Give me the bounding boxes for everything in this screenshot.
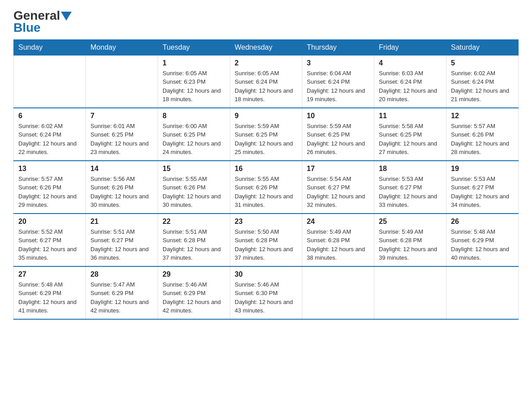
day-number: 16 [235, 165, 297, 173]
day-number: 3 [307, 59, 369, 67]
day-info: Sunrise: 5:59 AM Sunset: 6:25 PM Dayligh… [235, 122, 297, 157]
day-info: Sunrise: 5:55 AM Sunset: 6:26 PM Dayligh… [235, 175, 297, 210]
calendar-day-header: Sunday [14, 39, 86, 55]
calendar-day-cell: 8Sunrise: 6:00 AM Sunset: 6:25 PM Daylig… [158, 108, 230, 161]
calendar-day-header: Friday [374, 39, 446, 55]
day-info: Sunrise: 5:50 AM Sunset: 6:28 PM Dayligh… [235, 227, 297, 262]
calendar-day-cell: 7Sunrise: 6:01 AM Sunset: 6:25 PM Daylig… [86, 108, 158, 161]
day-info: Sunrise: 6:05 AM Sunset: 6:24 PM Dayligh… [235, 69, 297, 104]
day-number: 28 [90, 270, 153, 278]
calendar-day-cell: 26Sunrise: 5:48 AM Sunset: 6:29 PM Dayli… [446, 214, 519, 266]
calendar-day-header: Monday [86, 39, 158, 55]
calendar-day-cell [14, 55, 86, 108]
day-number: 27 [18, 270, 81, 278]
calendar-week-row: 20Sunrise: 5:52 AM Sunset: 6:27 PM Dayli… [14, 214, 519, 266]
calendar-day-cell: 27Sunrise: 5:48 AM Sunset: 6:29 PM Dayli… [14, 266, 86, 319]
page-header: General Blue [13, 9, 519, 35]
day-number: 12 [451, 112, 514, 120]
day-info: Sunrise: 6:05 AM Sunset: 6:23 PM Dayligh… [163, 69, 225, 104]
calendar-day-header: Saturday [446, 39, 519, 55]
calendar-table: SundayMondayTuesdayWednesdayThursdayFrid… [13, 39, 519, 320]
day-info: Sunrise: 5:49 AM Sunset: 6:28 PM Dayligh… [379, 227, 442, 262]
day-number: 15 [163, 165, 225, 173]
calendar-day-cell: 23Sunrise: 5:50 AM Sunset: 6:28 PM Dayli… [230, 214, 302, 266]
calendar-day-header: Thursday [302, 39, 374, 55]
day-number: 30 [235, 270, 297, 278]
calendar-day-cell: 6Sunrise: 6:02 AM Sunset: 6:24 PM Daylig… [14, 108, 86, 161]
day-number: 25 [379, 218, 442, 226]
day-number: 18 [379, 165, 442, 173]
calendar-day-cell: 12Sunrise: 5:57 AM Sunset: 6:26 PM Dayli… [446, 108, 519, 161]
day-number: 9 [235, 112, 297, 120]
calendar-day-header: Tuesday [158, 39, 230, 55]
calendar-week-row: 27Sunrise: 5:48 AM Sunset: 6:29 PM Dayli… [14, 266, 519, 319]
calendar-day-cell: 14Sunrise: 5:56 AM Sunset: 6:26 PM Dayli… [86, 161, 158, 214]
calendar-day-header: Wednesday [230, 39, 302, 55]
calendar-day-cell: 3Sunrise: 6:04 AM Sunset: 6:24 PM Daylig… [302, 55, 374, 108]
day-info: Sunrise: 6:02 AM Sunset: 6:24 PM Dayligh… [18, 122, 81, 157]
calendar-day-cell: 18Sunrise: 5:53 AM Sunset: 6:27 PM Dayli… [374, 161, 446, 214]
calendar-week-row: 6Sunrise: 6:02 AM Sunset: 6:24 PM Daylig… [14, 108, 519, 161]
calendar-day-cell [302, 266, 374, 319]
calendar-day-cell: 20Sunrise: 5:52 AM Sunset: 6:27 PM Dayli… [14, 214, 86, 266]
calendar-day-cell: 17Sunrise: 5:54 AM Sunset: 6:27 PM Dayli… [302, 161, 374, 214]
calendar-day-cell: 29Sunrise: 5:46 AM Sunset: 6:29 PM Dayli… [158, 266, 230, 319]
day-info: Sunrise: 5:52 AM Sunset: 6:27 PM Dayligh… [18, 227, 81, 262]
day-number: 14 [90, 165, 153, 173]
day-info: Sunrise: 5:59 AM Sunset: 6:25 PM Dayligh… [307, 122, 369, 157]
calendar-day-cell: 9Sunrise: 5:59 AM Sunset: 6:25 PM Daylig… [230, 108, 302, 161]
day-info: Sunrise: 5:51 AM Sunset: 6:27 PM Dayligh… [90, 227, 153, 262]
calendar-day-cell: 10Sunrise: 5:59 AM Sunset: 6:25 PM Dayli… [302, 108, 374, 161]
day-info: Sunrise: 5:56 AM Sunset: 6:26 PM Dayligh… [90, 175, 153, 210]
calendar-day-cell: 15Sunrise: 5:55 AM Sunset: 6:26 PM Dayli… [158, 161, 230, 214]
calendar-week-row: 13Sunrise: 5:57 AM Sunset: 6:26 PM Dayli… [14, 161, 519, 214]
day-number: 11 [379, 112, 442, 120]
logo-text-block: General Blue [13, 9, 72, 35]
calendar-day-cell: 13Sunrise: 5:57 AM Sunset: 6:26 PM Dayli… [14, 161, 86, 214]
calendar-day-cell: 21Sunrise: 5:51 AM Sunset: 6:27 PM Dayli… [86, 214, 158, 266]
logo-triangle-icon [61, 12, 72, 21]
svg-marker-0 [61, 12, 72, 21]
day-number: 29 [163, 270, 225, 278]
day-info: Sunrise: 5:46 AM Sunset: 6:29 PM Dayligh… [163, 280, 225, 315]
calendar-day-cell: 30Sunrise: 5:46 AM Sunset: 6:30 PM Dayli… [230, 266, 302, 319]
day-info: Sunrise: 6:02 AM Sunset: 6:24 PM Dayligh… [451, 69, 514, 104]
day-number: 26 [451, 218, 514, 226]
day-info: Sunrise: 5:47 AM Sunset: 6:29 PM Dayligh… [90, 280, 153, 315]
calendar-day-cell: 5Sunrise: 6:02 AM Sunset: 6:24 PM Daylig… [446, 55, 519, 108]
day-number: 2 [235, 59, 297, 67]
day-info: Sunrise: 5:51 AM Sunset: 6:28 PM Dayligh… [163, 227, 225, 262]
calendar-day-cell: 4Sunrise: 6:03 AM Sunset: 6:24 PM Daylig… [374, 55, 446, 108]
day-info: Sunrise: 6:04 AM Sunset: 6:24 PM Dayligh… [307, 69, 369, 104]
day-number: 21 [90, 218, 153, 226]
day-info: Sunrise: 5:49 AM Sunset: 6:28 PM Dayligh… [307, 227, 369, 262]
calendar-day-cell [446, 266, 519, 319]
day-number: 7 [90, 112, 153, 120]
logo-blue: Blue [13, 21, 72, 35]
calendar-day-cell: 22Sunrise: 5:51 AM Sunset: 6:28 PM Dayli… [158, 214, 230, 266]
day-info: Sunrise: 6:03 AM Sunset: 6:24 PM Dayligh… [379, 69, 442, 104]
day-info: Sunrise: 5:48 AM Sunset: 6:29 PM Dayligh… [18, 280, 81, 315]
day-info: Sunrise: 5:57 AM Sunset: 6:26 PM Dayligh… [18, 175, 81, 210]
calendar-day-cell: 24Sunrise: 5:49 AM Sunset: 6:28 PM Dayli… [302, 214, 374, 266]
day-number: 19 [451, 165, 514, 173]
calendar-day-cell [374, 266, 446, 319]
day-number: 13 [18, 165, 81, 173]
day-info: Sunrise: 5:53 AM Sunset: 6:27 PM Dayligh… [379, 175, 442, 210]
calendar-day-cell [86, 55, 158, 108]
logo: General Blue [13, 9, 72, 35]
calendar-day-cell: 25Sunrise: 5:49 AM Sunset: 6:28 PM Dayli… [374, 214, 446, 266]
day-info: Sunrise: 5:48 AM Sunset: 6:29 PM Dayligh… [451, 227, 514, 262]
day-number: 10 [307, 112, 369, 120]
calendar-day-cell: 16Sunrise: 5:55 AM Sunset: 6:26 PM Dayli… [230, 161, 302, 214]
day-number: 23 [235, 218, 297, 226]
day-number: 24 [307, 218, 369, 226]
day-number: 1 [163, 59, 225, 67]
day-number: 5 [451, 59, 514, 67]
calendar-day-cell: 11Sunrise: 5:58 AM Sunset: 6:25 PM Dayli… [374, 108, 446, 161]
day-info: Sunrise: 5:57 AM Sunset: 6:26 PM Dayligh… [451, 122, 514, 157]
calendar-day-cell: 19Sunrise: 5:53 AM Sunset: 6:27 PM Dayli… [446, 161, 519, 214]
day-info: Sunrise: 5:55 AM Sunset: 6:26 PM Dayligh… [163, 175, 225, 210]
calendar-day-cell: 28Sunrise: 5:47 AM Sunset: 6:29 PM Dayli… [86, 266, 158, 319]
day-info: Sunrise: 6:01 AM Sunset: 6:25 PM Dayligh… [90, 122, 153, 157]
